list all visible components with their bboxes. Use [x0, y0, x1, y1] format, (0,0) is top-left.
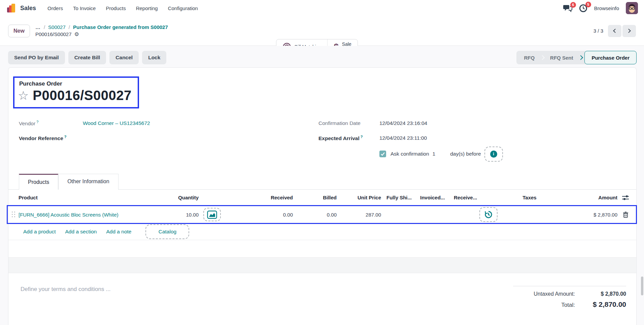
ask-confirmation-row: Ask confirmation 1 day(s) before i — [379, 145, 621, 162]
totals-divider — [513, 286, 626, 286]
add-a-product-link[interactable]: Add a product — [23, 229, 56, 235]
chevron-right-icon — [540, 55, 545, 60]
catalog-link[interactable]: Catalog — [159, 229, 176, 235]
column-header-received[interactable]: Received — [226, 195, 293, 200]
scrollbar-thumb[interactable] — [641, 277, 643, 295]
confirmation-date-value: 12/04/2024 23:16:04 — [379, 120, 427, 126]
column-header-unit-price[interactable]: Unit Price — [337, 195, 381, 200]
cancel-button[interactable]: Cancel — [109, 51, 139, 64]
column-header-received-qty[interactable]: Receive... — [448, 195, 499, 200]
untaxed-amount-value: $ 2,870.00 — [582, 291, 626, 297]
messages-badge: 6 — [570, 2, 576, 8]
optional-columns-sliders-icon[interactable] — [617, 195, 634, 201]
navbar-right: 6 5 Browseinfo — [563, 2, 638, 14]
favorite-star-icon[interactable]: ☆ — [18, 90, 29, 102]
billed-cell[interactable]: 0.00 — [293, 212, 337, 218]
menu-products[interactable]: Products — [106, 5, 126, 11]
tab-other-information[interactable]: Other Information — [58, 174, 118, 190]
menu-to-invoice[interactable]: To Invoice — [73, 5, 96, 11]
untaxed-amount-label: Untaxed Amount: — [513, 291, 582, 297]
product-link[interactable]: [FURN_6666] Acoustic Bloc Screens (White… — [19, 212, 118, 218]
drag-handle[interactable] — [8, 212, 19, 218]
empty-list-row — [8, 258, 636, 273]
send-po-by-email-button[interactable]: Send PO by Email — [8, 51, 65, 64]
vendor-value-link[interactable]: Wood Corner – US12345672 — [83, 120, 150, 126]
chevron-left-icon — [613, 29, 617, 33]
help-icon: ? — [36, 120, 38, 124]
sales-app-logo-icon[interactable] — [6, 3, 16, 13]
tab-products[interactable]: Products — [19, 174, 58, 190]
info-annotation-box: i — [484, 147, 503, 162]
column-header-amount[interactable]: Amount — [560, 195, 617, 200]
menu-orders[interactable]: Orders — [47, 5, 63, 11]
confirmation-date-field-label: Confirmation Date — [318, 120, 379, 126]
fields-section: Vendor? Wood Corner – US12345672 Vendor … — [8, 116, 636, 162]
unit-price-cell[interactable]: 287.00 — [337, 212, 381, 218]
history-icon[interactable] — [484, 210, 493, 219]
bottom-section: Define your terms and conditions ... Unt… — [8, 286, 636, 312]
status-step-purchase-order-active[interactable]: Purchase Order — [584, 51, 637, 64]
received-cell[interactable]: 0.00 — [226, 212, 293, 218]
vendor-field-label: Vendor? — [19, 120, 83, 127]
gear-icon[interactable]: ⚙ — [74, 31, 79, 37]
column-header-taxes[interactable]: Taxes — [499, 195, 560, 200]
add-a-note-link[interactable]: Add a note — [106, 229, 131, 235]
status-step-rfq-sent[interactable]: RFQ Sent — [545, 55, 578, 61]
activities-clock-icon[interactable]: 5 — [579, 4, 587, 12]
amount-cell: $ 2,870.00 — [560, 212, 617, 218]
forecast-annotation-box — [203, 208, 221, 221]
control-panel: New … / S00027 / Purchase Order generate… — [0, 16, 644, 45]
status-step-rfq[interactable]: RFQ — [518, 55, 540, 61]
user-name[interactable]: Browseinfo — [594, 5, 619, 11]
messages-icon[interactable]: 6 — [563, 4, 572, 12]
breadcrumb-parent-link[interactable]: S00027 — [48, 24, 66, 30]
pager: 3 / 3 — [594, 25, 636, 37]
lock-button[interactable]: Lock — [142, 51, 166, 64]
column-header-product[interactable]: Product — [19, 195, 163, 200]
ask-confirmation-suffix: day(s) before — [450, 151, 481, 157]
help-icon: ? — [361, 135, 363, 139]
create-bill-button[interactable]: Create Bill — [68, 51, 106, 64]
breadcrumb-current-link[interactable]: Purchase Order generated from S00027 — [73, 24, 168, 30]
column-header-invoiced[interactable]: Invoiced... — [415, 195, 448, 200]
catalog-annotation-box: Catalog — [145, 224, 189, 239]
menu-reporting[interactable]: Reporting — [136, 5, 158, 11]
app-name[interactable]: Sales — [20, 5, 36, 12]
column-header-billed[interactable]: Billed — [293, 195, 337, 200]
ask-confirmation-days-input[interactable]: 1 — [433, 151, 436, 157]
breadcrumb-separator: / — [44, 24, 45, 30]
chevron-right-icon — [626, 29, 631, 33]
action-buttons-row: Send PO by Email Create Bill Cancel Lock… — [0, 51, 644, 65]
vendor-reference-field-label: Vendor Reference? — [19, 135, 83, 141]
new-button[interactable]: New — [8, 25, 30, 37]
breadcrumb-ellipsis[interactable]: … — [35, 24, 41, 30]
forecast-chart-icon[interactable] — [207, 210, 217, 219]
pager-next-button[interactable] — [622, 25, 636, 37]
content-area: Send PO by Email Create Bill Cancel Lock… — [0, 46, 644, 325]
table-row[interactable]: [FURN_6666] Acoustic Bloc Screens (White… — [8, 206, 636, 223]
delete-row-trash-icon[interactable] — [617, 212, 634, 218]
help-icon: ? — [64, 135, 67, 139]
menu-configuration[interactable]: Configuration — [168, 5, 198, 11]
add-a-section-link[interactable]: Add a section — [65, 229, 97, 235]
expected-arrival-value[interactable]: 12/04/2024 23:11:00 — [379, 135, 427, 141]
column-header-fully-shipped[interactable]: Fully Shi... — [381, 195, 415, 200]
pager-previous-button[interactable] — [608, 25, 621, 37]
breadcrumb-separator: / — [69, 24, 70, 30]
top-navbar: Sales Orders To Invoice Products Reporti… — [0, 0, 644, 16]
terms-and-conditions-input[interactable]: Define your terms and conditions ... — [21, 286, 110, 312]
info-icon[interactable]: i — [490, 151, 497, 158]
quantity-cell[interactable]: 10.00 — [163, 212, 199, 218]
table-header-row: Product Quantity Received Billed Unit Pr… — [8, 190, 636, 206]
ask-confirmation-checkbox[interactable] — [379, 151, 386, 157]
notebook-tabs: Products Other Information — [19, 174, 636, 190]
column-header-quantity[interactable]: Quantity — [163, 195, 199, 200]
table-footer-links: Add a product Add a section Add a note C… — [8, 223, 636, 240]
statusbar: RFQ RFQ Sent Purchase Order — [516, 51, 637, 64]
pager-count: 3 / 3 — [594, 28, 603, 34]
chevron-right-icon — [578, 55, 583, 60]
total-label: Total: — [513, 302, 582, 308]
activities-badge: 5 — [585, 2, 591, 7]
user-avatar[interactable] — [626, 2, 638, 14]
breadcrumb: … / S00027 / Purchase Order generated fr… — [35, 24, 168, 37]
